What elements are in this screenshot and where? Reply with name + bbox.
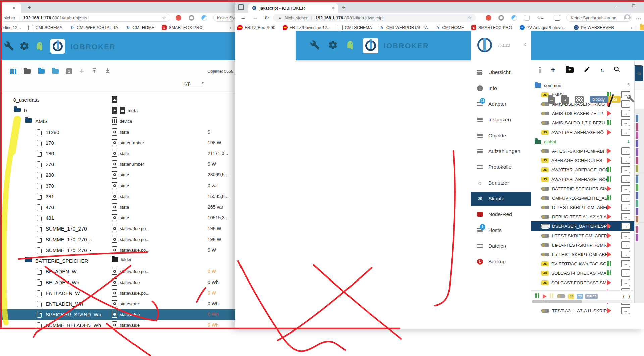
bookmark-item[interactable]: TrCMI-HOME <box>126 25 155 30</box>
play-status-icon[interactable] <box>607 280 611 285</box>
new-tab-button[interactable]: + <box>342 4 346 11</box>
script-row[interactable]: JSABFRAGE-SCHEDULES→ <box>531 156 634 165</box>
script-row[interactable]: JSAWATTAR-ABFRAGE-BÖ→ <box>531 128 634 137</box>
table-row[interactable]: BATTERIE_SPEICHERfolder <box>0 256 235 266</box>
open-script-icon[interactable]: → <box>621 241 630 249</box>
open-script-icon[interactable]: → <box>621 279 630 286</box>
add-object-icon[interactable]: + <box>79 68 84 74</box>
table-row[interactable]: 481state10515,3... <box>0 213 235 223</box>
debug-flag-icon[interactable] <box>575 96 584 103</box>
open-script-icon[interactable]: → <box>621 260 630 267</box>
sidebar-item-info[interactable]: iInfo <box>471 81 531 95</box>
open-script-icon[interactable]: → <box>621 157 630 164</box>
play-status-icon[interactable] <box>607 148 611 154</box>
blockly-category-sendto[interactable]: Sendto <box>635 131 644 139</box>
table-row[interactable]: ENTLADEN_Whstatestate0 Wh <box>0 299 235 309</box>
script-row[interactable]: AMIS-SALDO 1.7.0-BEZU→ <box>531 118 634 128</box>
folder-icon[interactable] <box>25 118 32 123</box>
sort-icon[interactable]: ↑↓ <box>600 67 603 73</box>
new-tab-button[interactable]: + <box>28 4 31 11</box>
blockly-category-system[interactable]: System <box>635 114 644 122</box>
folder-depth-icon[interactable] <box>52 69 59 74</box>
sidebar-item-protokolle[interactable]: Protokolle <box>471 160 531 174</box>
collapse-folder-icon[interactable] <box>24 69 31 74</box>
table-row[interactable]: 180state21171,0... <box>0 148 235 159</box>
script-row[interactable]: A-TEST-SKRIPT-CMI-ABFR→ <box>531 146 634 156</box>
profile-button[interactable]: Keine Synchronisierung <box>566 14 632 22</box>
sidebar-item-skripte[interactable]: JSSkripte <box>471 192 531 206</box>
wrench-icon[interactable] <box>4 41 14 51</box>
folder-icon[interactable] <box>14 108 21 112</box>
menu-kebab-icon[interactable] <box>539 66 541 74</box>
right-address-bar[interactable]: ▲! Nicht sicher | 192.168.1.176:8081/#ta… <box>273 14 476 22</box>
table-row[interactable]: 470state265 var <box>0 202 235 213</box>
open-script-icon[interactable]: → <box>621 110 630 117</box>
play-status-icon[interactable] <box>607 205 611 210</box>
active-browser-tab[interactable]: javascript - IOBROKER × <box>248 3 338 13</box>
gear-icon[interactable] <box>19 41 30 51</box>
browser-menu-icon[interactable]: … <box>636 14 641 21</box>
extension-icon-grey[interactable] <box>498 15 504 21</box>
bookmark-item[interactable]: FRITZ!Box 7590 <box>237 25 275 30</box>
collections-icon[interactable] <box>555 15 560 21</box>
filter-blockly-icon[interactable] <box>557 294 565 298</box>
pause-status-icon[interactable] <box>607 195 613 201</box>
sidebar-item-aufz-hlungen[interactable]: Aufzählungen <box>471 144 531 158</box>
table-row[interactable]: AMISdevice <box>0 116 235 127</box>
open-script-icon[interactable]: → <box>621 269 630 277</box>
table-row[interactable]: 270statenumber0 W <box>0 159 235 170</box>
table-row[interactable]: 381state16585,8... <box>0 191 235 202</box>
bookmark-item[interactable]: SSMARTFOX-PRO <box>471 25 512 30</box>
sidebar-collapse-icon[interactable]: ‹ <box>524 41 526 48</box>
expert-head-icon[interactable] <box>35 41 45 51</box>
extension-icon-red[interactable] <box>486 15 491 21</box>
forward-icon[interactable]: → <box>252 14 258 21</box>
sidebar-item-hosts[interactable]: 1Hosts <box>471 223 531 237</box>
blockly-category-schleifen[interactable]: Schleifen <box>635 183 644 191</box>
editor-tabs-menu-icon[interactable]: ≡ <box>637 70 641 78</box>
export-script-icon[interactable] <box>548 95 555 104</box>
tree-horizontal-scrollbar[interactable] <box>532 300 633 303</box>
extension-icon-blue[interactable] <box>511 15 517 21</box>
table-row[interactable]: BELADEN_Whstatevalue0 Wh <box>0 277 235 288</box>
blockly-category-konvertierung[interactable]: Konvertierung <box>635 148 644 156</box>
rename-pencil-icon[interactable] <box>584 66 590 74</box>
script-row[interactable]: D-TEST-SKRIPT-CMI-ABFR→ <box>531 203 634 212</box>
sidebar-item-node-red[interactable]: Node-Red <box>471 207 531 221</box>
bookmark-item[interactable]: FRITZ!Powerline 12... <box>283 25 331 30</box>
script-row[interactable]: global1 <box>531 137 634 146</box>
table-row[interactable]: 370state0 var <box>0 181 235 191</box>
script-row[interactable]: DEBUG-TEST-A1-A2-A3-A4→ <box>531 212 634 221</box>
blockly-category-variablen[interactable]: Variablen <box>635 225 644 234</box>
sidebar-item-dateien[interactable]: Dateien <box>471 239 531 253</box>
left-address-bar[interactable]: sicher | 192.168.1.176:8081/#tab-objects… <box>0 14 170 22</box>
download-icon[interactable] <box>105 68 111 75</box>
play-status-icon[interactable] <box>607 158 611 163</box>
collapse-expand-all[interactable]: ∨∧∨∧ <box>622 294 631 299</box>
script-row[interactable]: CMI-UVR16x2-WERTE_ABF→ <box>531 193 634 203</box>
reload-icon[interactable]: ↻ <box>264 14 269 21</box>
left-profile-button[interactable]: Keine Synchronis <box>213 14 237 22</box>
script-row[interactable]: JSAWATTAR_ABFRAGE_BÖR→ <box>531 174 634 184</box>
play-status-icon[interactable] <box>607 223 611 229</box>
columns-view-icon[interactable] <box>10 69 16 74</box>
open-script-icon[interactable]: → <box>621 129 630 136</box>
sidebar-item-backup[interactable]: ↻Backup <box>471 255 531 269</box>
pause-status-icon[interactable] <box>607 261 613 266</box>
sidebar-item-instanzen[interactable]: Instanzen <box>471 113 531 127</box>
sidebar-item-adapter[interactable]: 11Adapter <box>471 97 531 111</box>
script-row[interactable]: JSPV-ERTRAG-kWh-TAG-SOL→ <box>531 259 634 268</box>
open-script-icon[interactable]: → <box>621 194 630 202</box>
script-row[interactable]: La-D-I-TEST-SKRIPT-CMI-A→ <box>531 240 634 250</box>
blockly-category-aktionen[interactable]: Aktionen <box>635 123 644 131</box>
script-row[interactable]: DSLRASER_BATTERIESPE→ <box>531 221 634 231</box>
upload-icon[interactable] <box>91 68 97 75</box>
table-row[interactable]: ENTLADEN_Wstatevalue.po...0 W <box>0 288 235 299</box>
pause-status-icon[interactable] <box>607 270 613 276</box>
folder-icon[interactable] <box>535 83 541 88</box>
blockly-category-trigger[interactable]: Trigger <box>635 156 644 164</box>
blockly-js-toggle[interactable]: blockly JS <box>590 96 621 103</box>
open-script-icon[interactable]: → <box>621 307 630 314</box>
bookmark-item[interactable]: erline 12... <box>1 25 21 30</box>
search-icon[interactable] <box>613 66 620 74</box>
